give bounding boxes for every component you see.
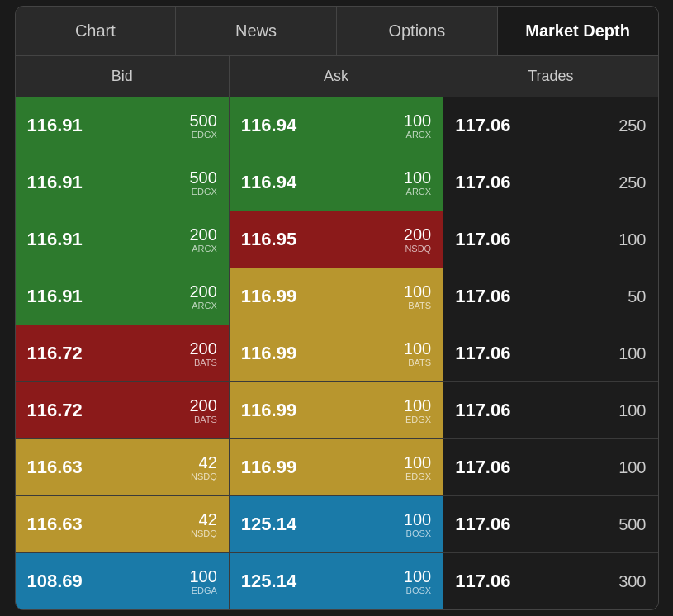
bid-cell: 116.72 200 BATS [16,325,230,381]
table-row[interactable]: 116.72 200 BATS 116.99 100 BATS 117.06 1… [16,325,658,382]
bid-qty: 200 [189,282,216,301]
ask-qty: 100 [404,567,431,585]
ask-info: 100 ARCX [404,168,431,197]
ask-price: 116.95 [241,229,296,250]
ask-cell: 116.99 100 BATS [230,268,443,325]
trade-qty: 100 [618,401,646,420]
ask-cell: 125.14 100 BOSX [230,496,443,552]
ask-cell: 116.94 100 ARCX [230,154,443,211]
bid-exchange: EDGX [189,187,216,197]
bid-cell: 116.91 200 ARCX [16,268,230,325]
ask-qty: 100 [404,339,431,358]
trade-price: 117.06 [455,115,510,136]
ask-price: 116.99 [241,457,296,478]
bid-cell: 116.63 42 NSDQ [16,439,230,495]
trade-cell: 117.06 50 [443,268,657,325]
bid-qty: 100 [189,567,216,585]
ask-price: 116.94 [241,115,296,136]
ask-exchange: EDGX [404,415,431,424]
tab-bar: Chart News Options Market Depth [16,7,658,56]
bid-qty: 200 [189,396,216,415]
ask-price: 125.14 [241,514,296,535]
ask-info: 100 BATS [404,282,431,310]
header-ask: Ask [230,56,443,97]
trade-qty: 300 [618,572,646,591]
table-row[interactable]: 116.91 500 EDGX 116.94 100 ARCX 117.06 2… [16,97,658,154]
tab-market-depth[interactable]: Market Depth [498,7,658,55]
trade-qty: 250 [618,173,646,192]
bid-qty: 500 [189,168,216,187]
bid-exchange: NSDQ [191,528,217,538]
trade-price: 117.06 [455,286,510,307]
ask-qty: 100 [404,111,431,130]
bid-info: 100 EDGA [189,567,216,595]
table-row[interactable]: 116.72 200 BATS 116.99 100 EDGX 117.06 1… [16,382,658,439]
ask-info: 100 EDGX [404,396,431,424]
trade-price: 117.06 [455,172,510,193]
bid-exchange: NSDQ [191,471,217,481]
table-row[interactable]: 116.91 200 ARCX 116.95 200 NSDQ 117.06 1… [16,211,658,268]
trade-cell: 117.06 250 [443,97,657,154]
column-headers: Bid Ask Trades [16,56,658,97]
tab-news[interactable]: News [176,7,337,55]
bid-cell: 108.69 100 EDGA [16,553,230,609]
table-row[interactable]: 108.69 100 EDGA 125.14 100 BOSX 117.06 3… [16,553,658,609]
trade-cell: 117.06 100 [443,382,657,438]
ask-cell: 125.14 100 BOSX [230,553,443,609]
bid-price: 108.69 [27,571,83,592]
trade-price: 117.06 [455,457,510,478]
ask-price: 116.99 [241,286,296,307]
ask-info: 100 BOSX [404,510,431,538]
trade-qty: 250 [618,116,646,135]
trade-cell: 117.06 300 [443,553,657,609]
ask-price: 116.94 [241,172,296,193]
ask-qty: 100 [404,396,431,415]
bid-info: 42 NSDQ [191,510,217,538]
bid-price: 116.91 [27,172,83,193]
bid-qty: 500 [189,111,216,130]
ask-exchange: BOSX [404,528,431,538]
market-table: 116.91 500 EDGX 116.94 100 ARCX 117.06 2… [16,97,658,609]
bid-qty: 200 [189,339,216,358]
bid-exchange: BATS [189,358,216,367]
ask-qty: 200 [404,225,431,244]
bid-exchange: EDGX [189,130,216,140]
bid-info: 42 NSDQ [191,453,217,481]
trade-price: 117.06 [455,514,510,535]
table-row[interactable]: 116.63 42 NSDQ 116.99 100 EDGX 117.06 10… [16,439,658,496]
bid-price: 116.72 [27,343,83,364]
ask-info: 200 NSDQ [404,225,431,254]
ask-cell: 116.95 200 NSDQ [230,211,443,268]
bid-info: 200 ARCX [189,282,216,310]
bid-price: 116.63 [27,457,83,478]
ask-qty: 100 [404,510,431,528]
ask-exchange: BATS [404,301,431,310]
bid-info: 500 EDGX [189,111,216,140]
trade-price: 117.06 [455,400,510,421]
ask-info: 100 BATS [404,339,431,367]
ask-exchange: NSDQ [404,244,431,254]
table-row[interactable]: 116.91 200 ARCX 116.99 100 BATS 117.06 5… [16,268,658,325]
bid-price: 116.91 [27,115,83,136]
bid-info: 200 BATS [189,339,216,367]
ask-price: 116.99 [241,400,296,421]
bid-cell: 116.91 500 EDGX [16,154,230,211]
table-row[interactable]: 116.63 42 NSDQ 125.14 100 BOSX 117.06 50… [16,496,658,553]
trade-cell: 117.06 100 [443,439,657,495]
table-row[interactable]: 116.91 500 EDGX 116.94 100 ARCX 117.06 2… [16,154,658,211]
bid-qty: 42 [191,453,217,471]
tab-options[interactable]: Options [337,7,498,55]
trade-cell: 117.06 100 [443,211,657,268]
ask-exchange: EDGX [404,471,431,481]
tab-chart[interactable]: Chart [16,7,177,55]
trade-cell: 117.06 250 [443,154,657,211]
trade-price: 117.06 [455,571,510,592]
bid-exchange: ARCX [189,244,216,254]
trade-qty: 100 [618,458,646,477]
ask-cell: 116.99 100 BATS [230,325,443,381]
bid-info: 500 EDGX [189,168,216,197]
bid-qty: 200 [189,225,216,244]
ask-info: 100 ARCX [404,111,431,140]
bid-cell: 116.91 500 EDGX [16,97,230,154]
bid-exchange: BATS [189,415,216,424]
